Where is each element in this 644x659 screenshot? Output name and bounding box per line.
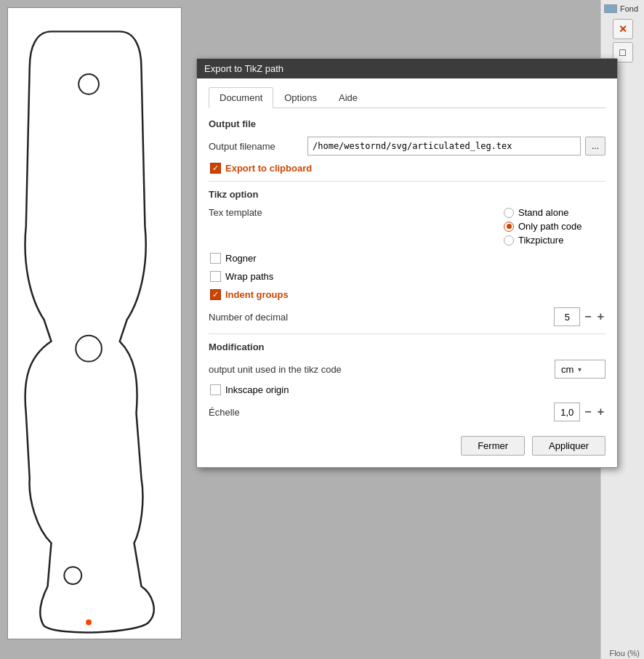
wrap-paths-checkbox[interactable]	[210, 271, 221, 282]
blou-label: Flou (%)	[605, 647, 644, 659]
wrap-paths-label: Wrap paths	[225, 271, 273, 282]
decimal-decrement-btn[interactable]: −	[583, 311, 592, 323]
tab-aide[interactable]: Aide	[328, 87, 369, 108]
tikz-option-section-title: Tikz option	[209, 189, 605, 200]
dialog-tabs: Document Options Aide	[209, 87, 605, 108]
fond-text: Fond	[620, 4, 638, 13]
echelle-stepper: 1,0 − +	[554, 403, 605, 421]
radio-stand-alone-label: Stand alone	[518, 207, 568, 218]
output-unit-row: output unit used in the tikz code cm ▾	[209, 360, 605, 379]
radio-tikzpicture[interactable]	[504, 235, 514, 246]
radio-tikzpicture-row: Tikzpicture	[504, 235, 605, 246]
inkscape-origin-checkbox[interactable]	[210, 384, 221, 395]
output-unit-label: output unit used in the tikz code	[209, 364, 342, 375]
export-clipboard-checkbox[interactable]: ✓	[210, 163, 221, 174]
indent-groups-label: Indent groups	[225, 289, 289, 300]
echelle-label: Échelle	[209, 407, 303, 418]
indent-groups-row: ✓ Indent groups	[210, 289, 605, 300]
echelle-row: Échelle 1,0 − +	[209, 403, 605, 421]
inkscape-origin-label: Inkscape origin	[225, 384, 289, 395]
number-of-decimal-label: Number of decimal	[209, 312, 303, 323]
divider-2	[209, 333, 605, 334]
rogner-row: Rogner	[210, 253, 605, 264]
dialog-body: Document Options Aide Output file Output…	[197, 78, 617, 467]
echelle-increment-btn[interactable]: +	[596, 406, 605, 418]
output-unit-value: cm	[561, 364, 573, 375]
modification-section-title: Modification	[209, 341, 605, 352]
radio-only-path-label: Only path code	[518, 221, 581, 232]
number-of-decimal-row: Number of decimal 5 − +	[209, 307, 605, 326]
decimal-stepper: 5 − +	[554, 307, 605, 326]
tex-template-label: Tex template	[209, 207, 303, 218]
drawing-canvas	[7, 7, 182, 639]
indent-groups-checkbox[interactable]: ✓	[210, 289, 221, 300]
export-clipboard-row: ✓ Export to clipboard	[210, 163, 605, 174]
output-unit-dropdown[interactable]: cm ▾	[555, 360, 605, 379]
dialog-title: Export to TikZ path	[204, 63, 283, 74]
tab-document[interactable]: Document	[209, 87, 273, 108]
radio-stand-alone[interactable]	[504, 208, 514, 218]
echelle-value: 1,0	[554, 403, 580, 421]
decimal-increment-btn[interactable]: +	[596, 311, 605, 323]
dialog-buttons: Fermer Appliquer	[209, 436, 605, 456]
svg-point-2	[64, 567, 81, 584]
close-icon-btn[interactable]: ✕	[613, 19, 633, 39]
inkscape-origin-row: Inkscape origin	[210, 384, 605, 395]
svg-point-1	[79, 74, 99, 94]
rogner-label: Rogner	[225, 253, 257, 264]
filename-input[interactable]	[307, 137, 581, 155]
radio-group: Stand alone Only path code Tikzpicture	[504, 207, 605, 246]
appliquer-button[interactable]: Appliquer	[532, 436, 605, 456]
radio-stand-alone-row: Stand alone	[504, 207, 605, 218]
browse-button[interactable]: ...	[585, 137, 605, 155]
output-filename-label: Output filename	[209, 141, 303, 152]
dialog-titlebar: Export to TikZ path	[197, 59, 617, 78]
leg-svg	[8, 8, 181, 639]
divider-1	[209, 181, 605, 182]
radio-only-path-code[interactable]	[504, 222, 514, 232]
tab-options[interactable]: Options	[273, 87, 328, 108]
svg-point-0	[76, 336, 102, 362]
dropdown-arrow-icon: ▾	[578, 365, 581, 373]
echelle-decrement-btn[interactable]: −	[583, 406, 592, 418]
filename-row: Output filename ...	[209, 137, 605, 155]
wrap-paths-row: Wrap paths	[210, 271, 605, 282]
tikz-option-row: Tex template Stand alone Only path code …	[209, 207, 605, 246]
fond-label: Fond	[601, 0, 644, 16]
decimal-value: 5	[554, 307, 580, 326]
radio-only-path-row: Only path code	[504, 221, 605, 232]
output-file-section-title: Output file	[209, 118, 605, 129]
radio-tikzpicture-label: Tikzpicture	[518, 235, 563, 246]
fermer-button[interactable]: Fermer	[461, 436, 525, 456]
fond-color-box	[604, 4, 617, 13]
rogner-checkbox[interactable]	[210, 253, 221, 264]
export-clipboard-label: Export to clipboard	[225, 163, 312, 174]
export-dialog: Export to TikZ path Document Options Aid…	[196, 58, 618, 468]
svg-point-3	[86, 620, 92, 626]
